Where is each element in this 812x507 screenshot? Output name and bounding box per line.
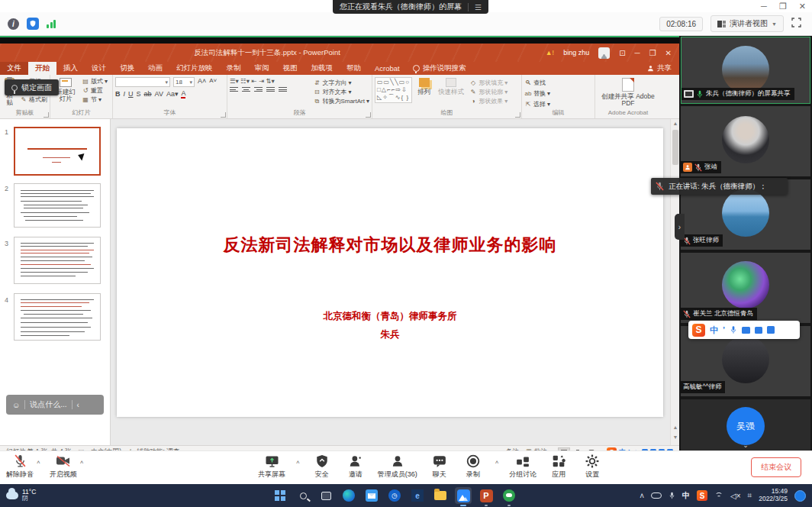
share-options-icon[interactable]: ˄ — [296, 459, 300, 466]
italic-icon[interactable]: I — [124, 90, 126, 98]
ime-skin-icon[interactable] — [755, 327, 762, 334]
settings-button[interactable]: 设置 — [581, 454, 604, 480]
chevron-down-icon[interactable]: ⌄ — [743, 441, 749, 449]
apps-button[interactable]: 应用 — [547, 454, 570, 480]
tab-addins[interactable]: 加载项 — [304, 62, 340, 75]
sogou-ime-floating-bar[interactable]: S 中 ’ — [688, 321, 800, 339]
slide-thumbnail-2[interactable] — [14, 183, 101, 228]
tab-design[interactable]: 设计 — [85, 62, 113, 75]
quick-styles-button[interactable]: 快速样式 — [436, 77, 466, 96]
network-quality-icon[interactable] — [47, 19, 56, 28]
account-name[interactable]: bing zhu — [563, 49, 589, 57]
slide-thumbnail-4[interactable] — [14, 293, 101, 341]
account-avatar[interactable] — [598, 47, 610, 59]
tell-me-search[interactable]: 操作说明搜索 — [407, 62, 472, 75]
tab-review[interactable]: 审阅 — [248, 62, 276, 75]
tab-acrobat[interactable]: Acrobat — [368, 62, 407, 75]
dialog-launcher-icon[interactable] — [44, 112, 49, 118]
char-spacing-icon[interactable]: AV — [155, 90, 163, 98]
shape-effects-button[interactable]: ◑形状效果 ▾ — [469, 97, 508, 105]
arrange-button[interactable]: 排列 — [415, 77, 433, 96]
weather-widget[interactable]: 11°C 阴 — [6, 489, 36, 502]
notification-badge[interactable] — [794, 490, 806, 502]
find-button[interactable]: 🔍︎查找 — [524, 79, 592, 87]
record-options-icon[interactable]: ˄ — [495, 459, 499, 466]
share-button[interactable]: 共享 — [640, 62, 679, 75]
participant-tile[interactable]: 崔关兰 北京德恒青岛 — [681, 253, 810, 323]
fullscreen-icon[interactable] — [791, 17, 801, 31]
info-icon[interactable]: i — [8, 18, 19, 30]
tray-expand-icon[interactable]: ˄ — [640, 492, 644, 500]
close-icon[interactable]: ✕ — [799, 1, 806, 11]
sogou-icon[interactable]: S — [697, 490, 707, 501]
bold-icon[interactable]: B — [115, 90, 121, 98]
breakout-button[interactable]: 分组讨论 — [509, 454, 536, 480]
tab-help[interactable]: 帮助 — [340, 62, 368, 75]
taskbar-clock[interactable]: 15:49 2022/3/25 — [759, 488, 788, 503]
dialog-launcher-icon[interactable] — [515, 112, 520, 118]
tab-view[interactable]: 视图 — [276, 62, 304, 75]
search-button[interactable] — [295, 487, 311, 504]
columns-icon[interactable] — [279, 87, 287, 94]
ime-mic-icon[interactable] — [730, 325, 737, 334]
align-text-button[interactable]: ⊟对齐文本 ▾ — [313, 88, 369, 96]
tab-animations[interactable]: 动画 — [141, 62, 169, 75]
security-shield-icon[interactable] — [27, 18, 39, 30]
dialog-launcher-icon[interactable] — [366, 112, 371, 118]
participant-tile[interactable]: 吴强 ⌄ — [681, 399, 810, 450]
file-explorer-button[interactable] — [432, 487, 449, 504]
record-button[interactable]: 录制 — [462, 454, 485, 480]
shape-fill-button[interactable]: ◇形状填充 ▾ — [469, 79, 508, 87]
slide-scrollbar[interactable]: ▲ ▲ ▼ ▼ — [670, 119, 679, 452]
tab-home[interactable]: 开始 — [28, 62, 56, 75]
slide-thumbnail-1[interactable] — [14, 127, 101, 176]
video-options-icon[interactable]: ˄ — [80, 459, 84, 466]
security-button[interactable]: 安全 — [311, 454, 334, 480]
network-icon[interactable] — [714, 492, 723, 499]
justify-icon[interactable] — [266, 87, 275, 94]
layout-button[interactable]: ▤版式 ▾ — [82, 77, 108, 86]
task-view-button[interactable] — [317, 487, 334, 504]
font-color-icon[interactable]: A — [181, 89, 185, 98]
collapse-chat-icon[interactable]: ‹ — [77, 401, 79, 409]
minimize-icon[interactable]: ─ — [761, 1, 767, 11]
browser-app-button[interactable]: e — [409, 487, 426, 504]
sidebar-collapse-handle[interactable]: › — [675, 214, 685, 240]
ime-phrase-icon[interactable]: ’ — [723, 325, 725, 334]
ime-zh-icon[interactable]: 中 — [710, 325, 718, 336]
emoji-icon[interactable]: ☺ — [12, 401, 20, 409]
wechat-app-button[interactable] — [501, 487, 517, 504]
bullets-numbering-icons[interactable]: ☰▾ ☷▾ ⇤ ⇥ ⇅▾ — [230, 77, 287, 85]
reset-button[interactable]: ↺重置 — [82, 86, 108, 95]
font-name-select[interactable]: ▾ — [115, 77, 170, 87]
volume-muted-icon[interactable]: ◁× — [730, 492, 741, 500]
chat-button[interactable]: 聊天 — [428, 454, 451, 480]
quick-chat-input[interactable]: ☺ 说点什么... ‹ — [6, 395, 104, 415]
restore-icon[interactable]: ❐ — [779, 1, 787, 11]
text-direction-button[interactable]: ⇵文字方向 ▾ — [313, 79, 369, 87]
unmute-button[interactable]: 解除静音 — [6, 454, 34, 480]
start-video-button[interactable]: 开启视频 — [50, 454, 77, 480]
tab-file[interactable]: 文件 — [0, 62, 28, 75]
ime-zh-icon[interactable]: 中 — [682, 490, 690, 501]
select-button[interactable]: ⇱选择 ▾ — [524, 100, 592, 108]
font-size-select[interactable]: 18▾ — [173, 77, 195, 87]
end-meeting-button[interactable]: 结束会议 — [751, 457, 801, 477]
edge-button[interactable] — [340, 487, 357, 504]
ime-toolbox-icon[interactable] — [767, 326, 775, 334]
ppt-close-icon[interactable]: ✕ — [665, 49, 672, 57]
align-center-icon[interactable] — [242, 87, 250, 94]
format-painter-button[interactable]: ✎格式刷 — [20, 95, 47, 104]
align-right-icon[interactable] — [254, 87, 263, 94]
mail-button[interactable] — [363, 487, 380, 504]
meeting-app-button[interactable] — [455, 487, 472, 504]
sogou-icon[interactable]: S — [692, 324, 705, 337]
grow-font-icon[interactable]: A˄ — [198, 77, 206, 85]
invite-button[interactable]: 邀请 — [344, 454, 367, 480]
onedrive-icon[interactable] — [651, 492, 662, 499]
shadow-icon[interactable]: S — [137, 90, 141, 98]
strikethrough-icon[interactable]: ab — [144, 90, 152, 98]
view-mode-button[interactable]: 演讲者视图 ▼ — [710, 15, 784, 32]
scroll-thumb[interactable] — [672, 130, 678, 165]
manage-members-button[interactable]: 管理成员(36) — [378, 454, 417, 480]
